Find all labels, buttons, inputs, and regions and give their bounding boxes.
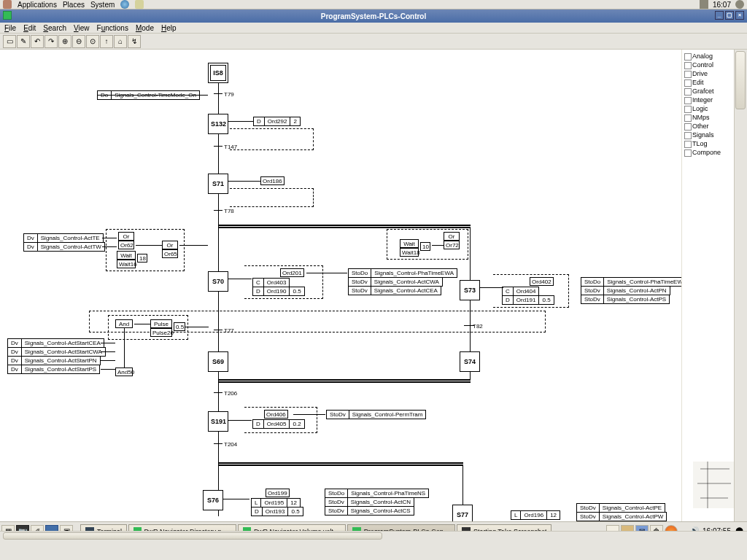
step-IS8[interactable]: IS8 xyxy=(208,63,228,83)
app-icon xyxy=(3,11,12,20)
menu-mode[interactable]: Mode xyxy=(136,24,154,32)
palette-nmps[interactable]: NMps xyxy=(684,113,732,122)
close-button[interactable]: × xyxy=(735,11,744,20)
menu-functions[interactable]: Functions xyxy=(97,24,128,32)
maximize-button[interactable]: ▢ xyxy=(725,11,734,20)
tool-nav-root-icon[interactable]: ⌂ xyxy=(114,35,127,48)
palette-tlog[interactable]: TLog xyxy=(684,139,732,148)
navigator-minimap[interactable] xyxy=(693,462,734,508)
block-and50[interactable]: And50 xyxy=(115,368,133,376)
trans-T204: T204 xyxy=(222,440,239,449)
trans-T78: T78 xyxy=(222,207,236,216)
step-S74[interactable]: S74 xyxy=(460,351,480,372)
tool-zoom-reset-icon[interactable]: ⊙ xyxy=(86,35,99,48)
act-start-ps[interactable]: DvSignals_Control-ActStartPS xyxy=(7,365,100,374)
act-s76-r3[interactable]: StoDvSignals_Control-ActCS xyxy=(325,506,414,516)
window-titlebar[interactable]: ProgramSystem-PLCs-Control _ ▢ × xyxy=(0,9,747,23)
palette-grafcet[interactable]: Grafcet xyxy=(684,87,732,96)
step-S71[interactable]: S71 xyxy=(208,174,228,194)
step-S73[interactable]: S73 xyxy=(460,280,480,300)
tool-save-icon[interactable]: ▭ xyxy=(3,35,16,48)
step-S70[interactable]: S70 xyxy=(208,271,228,292)
menu-view[interactable]: View xyxy=(74,24,90,32)
app-menubar: File Edit Search View Functions Mode Hel… xyxy=(0,23,747,34)
h-scroll-thumb[interactable] xyxy=(3,532,382,540)
palette-compone[interactable]: Compone xyxy=(684,148,732,157)
tool-nav-up-icon[interactable]: ↑ xyxy=(100,35,113,48)
tool-zoom-out-icon[interactable]: ⊖ xyxy=(72,35,85,48)
app-toolbar: ▭ ✎ ↶ ↷ ⊕ ⊖ ⊙ ↑ ⌂ ↯ xyxy=(0,34,747,50)
workspace: IS8 T79 Do Signals_Control-TimeMode_On S… xyxy=(0,50,747,521)
tool-undo-icon[interactable]: ↶ xyxy=(31,35,44,48)
panel-clock[interactable]: 16:07 xyxy=(713,1,731,9)
menu-edit[interactable]: Edit xyxy=(23,24,36,32)
palette-signals[interactable]: Signals xyxy=(684,131,732,139)
act-s76-d[interactable]: DOrd1930.5 xyxy=(251,507,303,516)
step-S132[interactable]: S132 xyxy=(208,114,228,134)
tool-redo-icon[interactable]: ↷ xyxy=(44,35,58,48)
palette-integer[interactable]: Integer xyxy=(684,96,732,104)
gnome-foot-icon xyxy=(3,0,12,9)
tool-build-icon[interactable]: ✎ xyxy=(17,35,30,48)
palette-logic[interactable]: Logic xyxy=(684,104,732,113)
minimize-button[interactable]: _ xyxy=(715,11,724,20)
object-palette[interactable]: Analog Control Drive Edit Grafcet Intege… xyxy=(681,50,734,521)
trans-T147: T147 xyxy=(222,143,239,152)
trans-T82: T82 xyxy=(471,322,484,331)
menu-file[interactable]: File xyxy=(4,24,16,32)
act-s70-r3[interactable]: StoDvSignals_Control-ActCEA xyxy=(348,286,441,295)
trans-T77: T77 xyxy=(222,327,236,335)
act-s191-r[interactable]: StoDvSignals_Control-PermTram xyxy=(326,410,426,419)
diagram-canvas[interactable]: IS8 T79 Do Signals_Control-TimeMode_On S… xyxy=(0,50,705,521)
act-s77-l[interactable]: LOrd19612 xyxy=(511,510,560,520)
scroll-thumb[interactable] xyxy=(735,51,746,109)
action-ord292[interactable]: D Ord292 2 xyxy=(253,117,301,126)
gnome-top-panel: Applications Places System 16:07 xyxy=(0,0,747,9)
browser-launcher-icon[interactable] xyxy=(120,0,129,9)
trans-T206: T206 xyxy=(222,389,239,398)
step-S191[interactable]: S191 xyxy=(208,411,228,432)
mail-launcher-icon[interactable] xyxy=(135,0,144,9)
action-ord186[interactable]: Ord186 xyxy=(260,176,285,185)
palette-other[interactable]: Other xyxy=(684,122,732,131)
trans-T79: T79 xyxy=(222,90,236,99)
horizontal-scrollbar[interactable] xyxy=(0,531,747,541)
vertical-scrollbar[interactable] xyxy=(734,50,747,521)
step-S69[interactable]: S69 xyxy=(208,351,228,372)
tool-connect-icon[interactable]: ↯ xyxy=(128,35,141,48)
window-title: ProgramSystem-PLCs-Control xyxy=(321,12,426,20)
step-S77[interactable]: S77 xyxy=(452,505,473,521)
palette-control[interactable]: Control xyxy=(684,61,732,69)
palette-analog[interactable]: Analog xyxy=(684,52,732,61)
act-s77-r2[interactable]: StoDvSignals_Control-ActPW xyxy=(576,512,667,521)
act-s73-r3[interactable]: StoDvSignals_Control-ActPS xyxy=(581,295,670,304)
menu-applications[interactable]: Applications xyxy=(18,1,57,9)
palette-drive[interactable]: Drive xyxy=(684,69,732,78)
act-tw[interactable]: Dv Signals_Control-ActTW xyxy=(23,242,105,252)
menu-help[interactable]: Help xyxy=(161,24,177,32)
action-timemode[interactable]: Do Signals_Control-TimeMode_On xyxy=(97,90,200,100)
volume-icon[interactable] xyxy=(735,0,744,9)
menu-system[interactable]: System xyxy=(90,1,115,9)
step-S76[interactable]: S76 xyxy=(203,490,223,510)
panel-menus: Applications Places System xyxy=(3,0,144,9)
palette-edit[interactable]: Edit xyxy=(684,78,732,87)
menu-search[interactable]: Search xyxy=(43,24,66,32)
tool-zoom-in-icon[interactable]: ⊕ xyxy=(58,35,71,48)
act-ord199[interactable]: Ord199 xyxy=(266,489,290,497)
network-icon[interactable] xyxy=(700,0,708,9)
menu-places[interactable]: Places xyxy=(63,1,85,9)
